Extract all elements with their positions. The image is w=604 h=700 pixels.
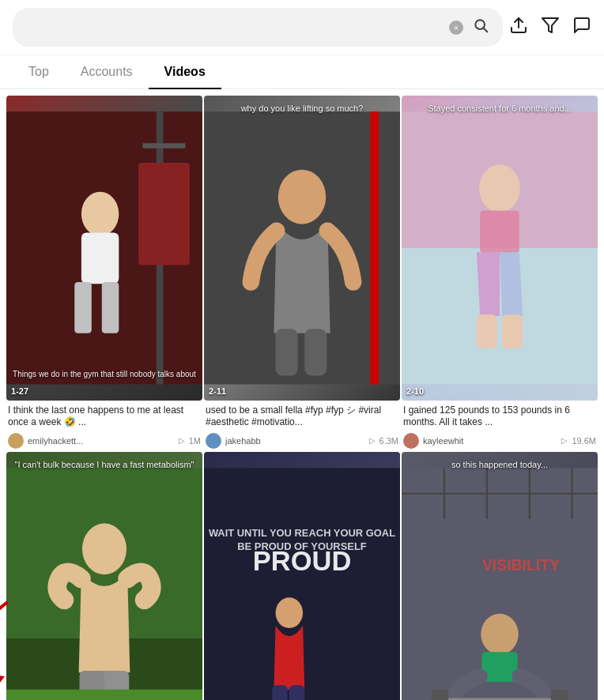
svg-rect-51 xyxy=(551,690,568,700)
svg-marker-3 xyxy=(542,18,558,32)
svg-rect-39 xyxy=(289,685,304,700)
message-icon[interactable] xyxy=(572,16,591,40)
video-6-overlay-text: so this happened today... xyxy=(402,460,598,469)
svg-rect-11 xyxy=(74,282,92,333)
clear-icon[interactable]: × xyxy=(449,21,463,35)
svg-point-47 xyxy=(481,614,518,655)
video-1-info: I think the last one happens to me at le… xyxy=(6,401,202,450)
view-count-3: 19.6M xyxy=(572,436,596,446)
username-3: kayleewhit xyxy=(423,436,557,446)
play-icon-2: ▷ xyxy=(369,436,376,445)
svg-point-21 xyxy=(479,164,520,212)
svg-rect-23 xyxy=(477,314,497,348)
svg-rect-10 xyxy=(81,232,119,284)
tab-videos[interactable]: Videos xyxy=(149,55,221,88)
video-3-info: I gained 125 pounds to 153 pounds in 6 m… xyxy=(402,401,598,450)
video-2-meta: jakehabb ▷ 6.3M xyxy=(206,433,398,449)
avatar-2 xyxy=(206,433,221,449)
video-thumb-2: why do you like lifting so much? 2-11 xyxy=(204,96,400,401)
video-3-overlay-text: Stayed consistent for 6 months and... xyxy=(402,103,598,113)
video-thumb-3: Stayed consistent for 6 months and... 2-… xyxy=(402,96,598,401)
svg-rect-18 xyxy=(304,329,327,375)
svg-point-9 xyxy=(81,192,119,236)
video-thumb-1: Things we do in the gym that still nobod… xyxy=(6,96,202,401)
video-2-badge: 2-11 xyxy=(209,386,226,396)
avatar-3 xyxy=(403,433,419,449)
video-grid-wrapper: Things we do in the gym that still nobod… xyxy=(0,89,604,700)
svg-point-28 xyxy=(82,523,126,574)
svg-rect-31 xyxy=(6,690,202,700)
svg-rect-8 xyxy=(138,163,190,265)
video-4-overlay-text: "I can't bulk because I have a fast meta… xyxy=(6,460,202,469)
svg-marker-25 xyxy=(0,675,5,689)
svg-rect-17 xyxy=(276,329,298,375)
play-icon-3: ▷ xyxy=(561,436,568,445)
video-3-badge: 2-10 xyxy=(406,386,424,396)
video-card-2[interactable]: why do you like lifting so much? 2-11 us… xyxy=(204,96,400,450)
tab-top[interactable]: Top xyxy=(13,55,65,88)
avatar-1 xyxy=(8,433,24,449)
view-count-1: 1M xyxy=(189,436,201,446)
video-3-meta: kayleewhit ▷ 19.6M xyxy=(403,433,596,449)
view-count-2: 6.3M xyxy=(379,436,398,446)
search-bar: #gymtok × xyxy=(0,0,604,55)
video-2-overlay-text: why do you like lifting so much? xyxy=(204,103,400,113)
video-1-meta: emilyhackett... ▷ 1M xyxy=(8,433,201,449)
upload-icon[interactable] xyxy=(509,16,528,40)
video-thumb-5: PROUD WAIT UNTIL YOU REACH YOUR GOAL BE … xyxy=(204,452,400,700)
svg-rect-50 xyxy=(432,690,449,700)
video-thumb-4: "I can't bulk because I have a fast meta… xyxy=(6,452,202,700)
video-card-5[interactable]: PROUD WAIT UNTIL YOU REACH YOUR GOAL BE … xyxy=(204,452,400,700)
video-card-1[interactable]: Things we do in the gym that still nobod… xyxy=(6,96,202,450)
video-card-4[interactable]: "I can't bulk because I have a fast meta… xyxy=(6,452,202,700)
video-2-desc: used to be a small fella #fyp #fyp シ #vi… xyxy=(206,405,398,429)
video-1-badge: 1-27 xyxy=(11,386,28,396)
video-3-desc: I gained 125 pounds to 153 pounds in 6 m… xyxy=(403,405,596,429)
username-1: emilyhackett... xyxy=(28,436,175,446)
search-input[interactable]: #gymtok xyxy=(24,21,443,35)
username-2: jakehabb xyxy=(225,436,365,446)
svg-text:VISIBILITY: VISIBILITY xyxy=(482,556,560,574)
play-icon-1: ▷ xyxy=(179,436,185,445)
video-1-overlay-text: Things we do in the gym that still nobod… xyxy=(6,370,202,378)
svg-point-16 xyxy=(278,170,326,224)
tabs-bar: Top Accounts Videos xyxy=(0,55,604,89)
svg-rect-38 xyxy=(272,685,287,700)
search-icon[interactable] xyxy=(470,14,492,40)
video-1-desc: I think the last one happens to me at le… xyxy=(8,405,201,429)
video-2-info: used to be a small fella #fyp #fyp シ #vi… xyxy=(204,401,400,450)
svg-rect-22 xyxy=(480,210,519,253)
svg-line-1 xyxy=(484,28,488,32)
svg-text:WAIT UNTIL YOU REACH YOUR GOAL: WAIT UNTIL YOU REACH YOUR GOAL xyxy=(209,527,395,539)
filter-icon[interactable] xyxy=(541,16,560,40)
svg-point-37 xyxy=(276,597,304,628)
svg-text:BE PROUD OF YOURSELF: BE PROUD OF YOURSELF xyxy=(237,540,367,552)
header-icons xyxy=(509,16,591,40)
video-thumb-6: VISIBILITY so this happened today... 1-4 xyxy=(402,452,598,700)
tab-accounts[interactable]: Accounts xyxy=(65,55,149,88)
video-grid: Things we do in the gym that still nobod… xyxy=(3,89,601,700)
video-card-3[interactable]: Stayed consistent for 6 months and... 2-… xyxy=(402,96,598,450)
svg-rect-24 xyxy=(502,314,523,348)
svg-rect-12 xyxy=(102,282,119,333)
search-input-wrap: #gymtok × xyxy=(13,8,503,47)
video-card-6[interactable]: VISIBILITY so this happened today... 1-4… xyxy=(402,452,598,700)
